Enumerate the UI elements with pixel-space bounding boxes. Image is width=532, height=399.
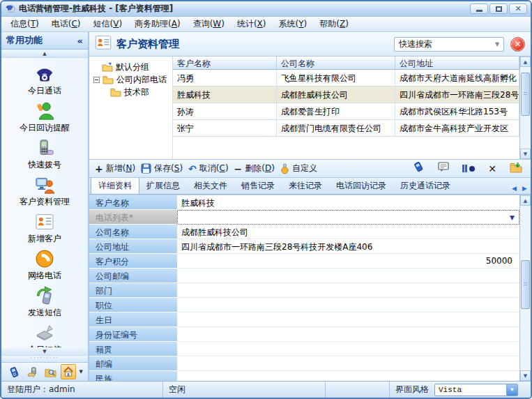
maximize-button[interactable] bbox=[489, 3, 508, 14]
phone-list-field[interactable]: ▼ bbox=[177, 210, 519, 225]
chevron-down-icon[interactable]: ▼ bbox=[506, 384, 517, 396]
sidebar-item-callback-reminder[interactable]: 今日回访提醒 bbox=[1, 100, 88, 137]
company-zip-field[interactable] bbox=[177, 269, 519, 283]
menu-help[interactable]: 帮助(Z) bbox=[313, 16, 355, 32]
sidebar-item-speed-dial[interactable]: 快速拨号 bbox=[1, 137, 88, 174]
scroll-down-icon[interactable]: ▼ bbox=[520, 149, 531, 159]
record-icon[interactable] bbox=[462, 165, 475, 172]
customer-card-icon bbox=[95, 36, 112, 52]
maximize-icon bbox=[496, 6, 502, 12]
native-place-field[interactable] bbox=[177, 342, 519, 356]
cancel-button[interactable]: ↶ 取消(C) bbox=[188, 163, 229, 174]
folder-search-icon[interactable] bbox=[43, 364, 58, 379]
tab-correspondence[interactable]: 来往记录 bbox=[282, 178, 329, 194]
tab-scroll-left-icon[interactable]: ◀ bbox=[510, 185, 519, 192]
menu-query[interactable]: 查询(W) bbox=[187, 16, 231, 32]
company-address-field[interactable]: 四川省成都市一环路南三段28号科技开发楼A座406 bbox=[177, 239, 519, 254]
id-number-field[interactable] bbox=[177, 327, 519, 342]
tab-related-files[interactable]: 相关文件 bbox=[187, 178, 234, 194]
toolbar-overflow-icon[interactable]: ▼ bbox=[79, 369, 82, 375]
tab-extended-info[interactable]: 扩展信息 bbox=[139, 178, 187, 194]
scroll-thumb[interactable] bbox=[521, 73, 530, 116]
close-button[interactable]: ✕ bbox=[509, 3, 527, 14]
ui-style-combo[interactable]: Vista ▼ bbox=[434, 384, 518, 396]
save-button[interactable]: 保存(S) bbox=[141, 163, 183, 174]
quick-search-combo[interactable]: 快速搜索 ▼ bbox=[394, 37, 504, 52]
tree-collapse-icon[interactable] bbox=[93, 77, 100, 83]
sidebar-splitter[interactable]: ········· bbox=[1, 356, 88, 362]
tab-sales-records[interactable]: 销售记录 bbox=[234, 178, 282, 194]
menu-system[interactable]: 系统(Y) bbox=[273, 16, 314, 32]
column-header[interactable]: 公司名称 bbox=[277, 57, 395, 69]
birthday-field[interactable] bbox=[177, 313, 519, 327]
customer-points-field[interactable]: 50000 bbox=[177, 254, 519, 269]
sidebar-collapse-icon[interactable]: « bbox=[77, 36, 83, 46]
group-tree: 默认分组 公司内部电话 技术部 bbox=[89, 57, 173, 159]
tree-node-company-internal[interactable]: 公司内部电话 bbox=[92, 73, 171, 86]
customer-name-field[interactable]: 胜威科技 bbox=[177, 195, 519, 210]
minimize-button[interactable] bbox=[470, 3, 488, 14]
zip-field[interactable] bbox=[177, 356, 519, 371]
minus-icon: − bbox=[234, 164, 243, 174]
sidebar-title: 常用功能 bbox=[6, 34, 43, 47]
department-field[interactable] bbox=[177, 283, 519, 298]
speed-dial-icon bbox=[34, 137, 55, 158]
export-folder-icon[interactable] bbox=[510, 162, 522, 176]
scroll-down-icon[interactable]: ▼ bbox=[520, 370, 531, 381]
dial-phone-icon[interactable] bbox=[413, 161, 425, 176]
app-icon bbox=[5, 2, 15, 15]
customize-button[interactable]: 自定义 bbox=[280, 163, 317, 174]
table-row[interactable]: 张宁 成都营门电缆有限责任公司 成都市金牛高科技产业开发区 bbox=[173, 120, 519, 137]
sidebar-item-today-sms[interactable]: 今日短信 bbox=[1, 322, 88, 347]
delete-button[interactable]: − 删除(D) bbox=[234, 163, 275, 174]
sms-memo-icon[interactable] bbox=[438, 162, 449, 175]
scroll-up-icon[interactable]: ▲ bbox=[520, 57, 531, 67]
tab-call-history[interactable]: 历史通话记录 bbox=[393, 178, 457, 194]
table-row[interactable]: 孙涛 成都爱普生打印 成都市武侯区科华北路153号 bbox=[173, 103, 519, 120]
sidebar-item-send-sms[interactable]: 发送短信 bbox=[1, 285, 88, 322]
table-row-selected[interactable]: 胜威科技 成都胜威科技公司 四川省成都市一环路南三段28号 bbox=[173, 86, 519, 103]
ethnicity-field[interactable] bbox=[177, 371, 519, 381]
add-button[interactable]: + 新增(N) bbox=[95, 163, 135, 174]
field-label: 公司邮编 bbox=[89, 269, 177, 283]
company-name-field[interactable]: 成都胜威科技公司 bbox=[177, 225, 519, 239]
page-close-button[interactable]: ✕ bbox=[510, 37, 525, 52]
sidebar-item-label: 快速拨号 bbox=[28, 159, 61, 171]
tree-node-tech-dept[interactable]: 技术部 bbox=[92, 86, 171, 98]
menu-statistics[interactable]: 统计(X) bbox=[231, 16, 273, 32]
tree-node-default-group[interactable]: 默认分组 bbox=[92, 61, 171, 73]
hangup-icon[interactable]: ✕ bbox=[488, 163, 496, 174]
sidebar-item-network-phone[interactable]: 网络电话 bbox=[1, 248, 88, 285]
position-field[interactable] bbox=[177, 298, 519, 313]
scroll-thumb[interactable] bbox=[521, 260, 530, 309]
table-row[interactable]: 冯勇 飞鱼星科技有限公司 成都市天府大道南延线高新孵化 bbox=[173, 70, 519, 86]
table-scrollbar[interactable]: ▲ ▼ bbox=[519, 57, 531, 159]
phone-icon[interactable] bbox=[6, 364, 22, 379]
title-bar[interactable]: 电话营销管理-胜威科技 - [客户资料管理] ✕ bbox=[1, 1, 531, 17]
menu-business-assistant[interactable]: 商务助理(A) bbox=[128, 16, 187, 32]
sidebar-scroll-up[interactable]: ▲ bbox=[1, 50, 88, 58]
dropdown-arrow-icon[interactable]: ▼ bbox=[510, 214, 515, 221]
sidebar-item-customer-management[interactable]: 客户资料管理 bbox=[1, 174, 88, 211]
chevron-down-icon[interactable]: ▼ bbox=[491, 41, 503, 47]
menu-info[interactable]: 信息(T) bbox=[4, 16, 45, 32]
minimize-icon bbox=[476, 10, 482, 12]
menu-phone[interactable]: 电话(C) bbox=[45, 16, 87, 32]
sidebar-item-add-customer[interactable]: 新增客户 bbox=[1, 211, 88, 248]
sidebar-item-label: 今日通话 bbox=[28, 85, 61, 97]
form-scrollbar[interactable]: ▲ ▼ bbox=[519, 195, 531, 381]
sidebar-item-today-calls[interactable]: 今日通话 bbox=[1, 63, 88, 100]
cell-customer-name: 胜威科技 bbox=[173, 86, 277, 103]
scroll-up-icon[interactable]: ▲ bbox=[520, 195, 531, 206]
cell-company-name: 成都胜威科技公司 bbox=[277, 86, 395, 103]
column-header[interactable]: 公司地址 bbox=[395, 57, 519, 69]
column-header[interactable]: 客户名称 bbox=[173, 57, 277, 69]
phone-state: 空闲 bbox=[163, 382, 326, 398]
home-icon[interactable] bbox=[61, 364, 76, 379]
callback-reminder-icon bbox=[34, 100, 55, 121]
dial-hand-icon[interactable] bbox=[24, 364, 40, 379]
tab-scroll-right-icon[interactable]: ▶ bbox=[520, 185, 529, 192]
tab-detail[interactable]: 详细资料 bbox=[91, 178, 139, 195]
tab-callback-records[interactable]: 电话回访记录 bbox=[329, 178, 393, 194]
menu-sms[interactable]: 短信(V) bbox=[86, 16, 128, 32]
